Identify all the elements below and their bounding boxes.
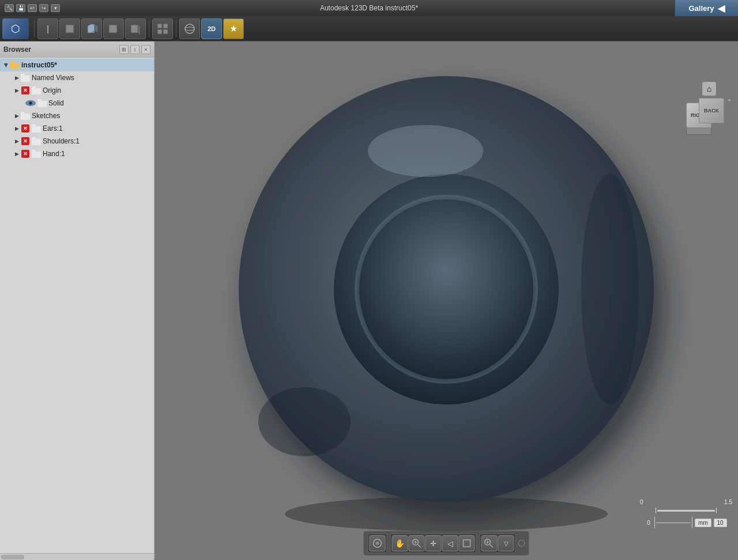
cube-bottom-face[interactable] (686, 128, 711, 135)
2d-view-btn[interactable]: 2D (201, 18, 222, 39)
scale-mid-tick (654, 517, 655, 528)
svg-point-22 (30, 103, 32, 104)
svg-rect-5 (109, 25, 117, 33)
hand1-label: Hand:1 (43, 150, 65, 158)
cube-back-face[interactable]: BACK (699, 98, 724, 123)
zoom-extend-btn[interactable] (409, 535, 425, 551)
svg-point-12 (185, 24, 194, 33)
bottom-toolbar: ✋ ✛ ◁ (364, 531, 529, 555)
undo-btn[interactable]: ↩ (28, 4, 37, 12)
shoulders1-label: Shoulders:1 (43, 137, 80, 145)
gallery-icon: ◀ (718, 3, 725, 14)
star-tool-btn[interactable]: ★ (223, 18, 244, 39)
svg-rect-25 (21, 113, 30, 120)
nav-back-btn[interactable]: ◁ (442, 535, 458, 551)
3d-viewport[interactable]: ⌂ RIGHT BACK ▼ 0 1. (155, 41, 738, 560)
scale-marker-value: 0 (645, 520, 652, 526)
solid-folder-icon (37, 99, 47, 108)
tree-item-sketches[interactable]: ▶ Sketches (0, 109, 154, 122)
named-views-folder-icon (21, 73, 30, 82)
browser-title: Browser (3, 46, 31, 54)
tree-arrow-sketches[interactable]: ▶ (13, 112, 21, 120)
origin-folder-icon (32, 86, 41, 95)
tree-arrow-root[interactable]: ▶ (2, 61, 10, 69)
view-cube: ⌂ RIGHT BACK ▼ (686, 82, 732, 139)
scale-mid-line (656, 523, 691, 523)
tree-arrow-ears1[interactable]: ▶ (13, 124, 21, 133)
main-area: Browser ⊞ ↕ × ▶ instruct05* (0, 41, 738, 560)
torus-right-shadow (581, 174, 639, 404)
scroll-thumb[interactable] (1, 555, 24, 559)
svg-rect-27 (32, 126, 41, 133)
grid-view-btn[interactable] (152, 18, 173, 39)
tree-item-ears1[interactable]: ▶ ✕ Ears:1 (0, 122, 154, 135)
tree-item-named-views[interactable]: ▶ Named Views (0, 71, 154, 84)
back-view-btn[interactable] (103, 18, 124, 39)
cube-front-icon (63, 22, 76, 35)
torus-bottom-shadow (258, 387, 351, 456)
pencil-tool-btn[interactable]: | (37, 18, 58, 39)
wireframe-icon (183, 22, 196, 35)
tree-item-origin[interactable]: ▶ ✕ Origin (0, 84, 154, 97)
cube-expand-btn[interactable]: ▼ (727, 98, 732, 103)
nav-end-indicator (518, 540, 525, 547)
tree-item-hand1[interactable]: ▶ ✕ Hand:1 (0, 147, 154, 160)
tree-arrow-named-views[interactable]: ▶ (13, 74, 21, 82)
origin-label: Origin (43, 86, 61, 94)
pan-btn[interactable]: ✋ (392, 535, 408, 551)
tree-item-root[interactable]: ▶ instruct05* (0, 59, 154, 71)
zoom-view-btn[interactable] (481, 535, 498, 551)
shoulders-folder-icon (32, 137, 41, 146)
home-view-btn[interactable] (81, 18, 102, 39)
orbit-tools (368, 533, 387, 553)
ears-red-x-icon: ✕ (21, 124, 30, 133)
tree-item-solid[interactable]: Solid (0, 97, 154, 109)
svg-rect-14 (10, 63, 20, 69)
left-view-btn[interactable] (125, 18, 146, 39)
app-logo[interactable]: ⬡ (2, 18, 29, 39)
hand-red-x-icon: ✕ (21, 149, 30, 158)
svg-rect-11 (163, 29, 168, 34)
scale-end: 1.5 (724, 499, 732, 505)
tree-arrow-hand1[interactable]: ▶ (13, 150, 21, 158)
title-bar: 🔧 💾 ↩ ↪ ▾ Autodesk 123D Beta instruct05*… (0, 0, 738, 16)
torus-top-highlight (368, 125, 483, 177)
ears1-label: Ears:1 (43, 124, 63, 133)
browser-panel: Browser ⊞ ↕ × ▶ instruct05* (0, 41, 155, 560)
unit-box[interactable]: mm (695, 519, 711, 527)
redo-btn[interactable]: ↪ (39, 4, 48, 12)
root-label: instruct05* (21, 61, 57, 69)
app-icon-btn[interactable]: 🔧 (5, 4, 14, 12)
tree-item-shoulders1[interactable]: ▶ ✕ Shoulders:1 (0, 135, 154, 147)
look-icon: ✛ (430, 539, 436, 548)
torus-model (155, 41, 738, 560)
tree-arrow-shoulders1[interactable]: ▶ (13, 137, 21, 145)
gallery-strip[interactable]: Gallery ◀ (675, 0, 738, 16)
svg-rect-30 (32, 137, 36, 139)
cube-left-icon (129, 22, 142, 35)
star-icon: ★ (229, 23, 238, 34)
dropdown-btn[interactable]: ▾ (51, 4, 60, 12)
browser-close-btn[interactable]: × (141, 45, 150, 54)
browser-icon-1[interactable]: ⊞ (119, 45, 129, 54)
wireframe-btn[interactable] (179, 18, 200, 39)
options-icon: ▽ (504, 540, 509, 547)
scale-end-tick (692, 517, 692, 528)
browser-icon-2[interactable]: ↕ (130, 45, 140, 54)
svg-rect-10 (157, 29, 162, 34)
app-title: Autodesk 123D Beta instruct05* (320, 4, 418, 12)
scale-value-box: 10 (714, 519, 727, 527)
front-view-btn[interactable] (59, 18, 80, 39)
svg-point-36 (376, 542, 379, 545)
look-btn[interactable]: ✛ (426, 535, 442, 551)
quick-access-btn[interactable]: 💾 (16, 4, 25, 12)
options-btn[interactable]: ▽ (498, 535, 514, 551)
zoom-tools: ▽ (480, 533, 516, 553)
frame-btn[interactable] (459, 535, 475, 551)
browser-scrollbar[interactable] (0, 553, 154, 560)
tree-arrow-origin[interactable]: ▶ (13, 86, 21, 94)
svg-rect-16 (21, 75, 30, 82)
cube-back-icon (107, 22, 120, 35)
home-view-button[interactable]: ⌂ (702, 82, 716, 96)
orbit-btn[interactable] (370, 535, 386, 551)
